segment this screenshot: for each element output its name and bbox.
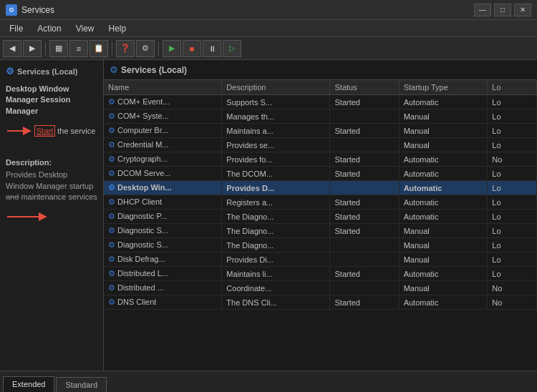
services-table-container[interactable]: Name Description Status Startup Type Lo … — [104, 80, 537, 371]
table-row[interactable]: ⚙Desktop Win...Provides D...AutomaticLo — [104, 181, 537, 195]
resume-button[interactable]: ▷ — [223, 40, 241, 57]
table-row[interactable]: ⚙Diagnostic S...The Diagno...ManualLo — [104, 238, 537, 253]
menu-help[interactable]: Help — [102, 21, 133, 36]
table-row[interactable]: ⚙COM+ Syste...Manages th...ManualLo — [104, 109, 537, 124]
help-button[interactable]: ❓ — [116, 40, 135, 57]
selected-service-name: Desktop Window Manager Session Manager — [6, 84, 97, 117]
cell-name: ⚙COM+ Event... — [104, 95, 222, 109]
cell-name: ⚙Desktop Win... — [104, 181, 222, 195]
cell-desc: Maintains li... — [222, 267, 330, 281]
service-icon: ⚙ — [108, 212, 115, 220]
forward-button[interactable]: ▶ — [23, 40, 42, 57]
cell-logon: Lo — [488, 95, 537, 109]
table-row[interactable]: ⚙Disk Defrag...Provides Di...ManualLo — [104, 253, 537, 267]
cell-status: Started — [330, 267, 399, 281]
table-row[interactable]: ⚙Distributed ...Coordinate...ManualNo — [104, 281, 537, 295]
toolbar-settings[interactable]: ⚙ — [136, 40, 155, 57]
table-row[interactable]: ⚙Computer Br...Maintains a...StartedManu… — [104, 124, 537, 138]
tab-standard[interactable]: Standard — [56, 377, 107, 392]
close-button[interactable]: ✕ — [514, 4, 531, 16]
services-table: Name Description Status Startup Type Lo … — [104, 80, 537, 310]
cell-desc: The Diagno... — [222, 210, 330, 224]
minimize-button[interactable]: — — [474, 4, 491, 16]
cell-desc: Provides se... — [222, 138, 330, 152]
pause-button[interactable]: ⏸ — [203, 40, 221, 57]
cell-logon: Lo — [488, 195, 537, 210]
table-header-row: Name Description Status Startup Type Lo — [104, 80, 537, 95]
cell-logon: Lo — [488, 210, 537, 224]
cell-name: ⚙Diagnostic P... — [104, 210, 222, 224]
services-tbody: ⚙COM+ Event...Supports S...StartedAutoma… — [104, 95, 537, 310]
stop-button[interactable]: ■ — [183, 40, 201, 57]
cell-status: Started — [330, 295, 399, 310]
cell-startup: Manual — [399, 224, 488, 238]
cell-name: ⚙Distributed L... — [104, 267, 222, 281]
cell-startup: Automatic — [399, 295, 488, 310]
cell-desc: The DCOM... — [222, 167, 330, 181]
app-icon: ⚙ — [6, 4, 17, 16]
the-service-text: the service — [57, 127, 95, 135]
col-header-logon[interactable]: Lo — [488, 80, 537, 95]
cell-logon: Lo — [488, 238, 537, 253]
menu-view[interactable]: View — [69, 21, 101, 36]
service-icon: ⚙ — [108, 140, 115, 149]
cell-startup: Manual — [399, 253, 488, 267]
table-row[interactable]: ⚙DNS ClientThe DNS Cli...StartedAutomati… — [104, 295, 537, 310]
left-panel: ⚙ Services (Local) Desktop Window Manage… — [0, 60, 104, 371]
service-icon: ⚙ — [108, 183, 115, 192]
table-row[interactable]: ⚙Diagnostic S...The Diagno...StartedManu… — [104, 224, 537, 238]
tab-bar: Extended Standard — [0, 371, 537, 392]
cell-name: ⚙DCOM Serve... — [104, 167, 222, 181]
start-service-link[interactable]: Start — [34, 125, 55, 137]
right-panel-header: ⚙ Services (Local) — [104, 60, 537, 80]
cell-startup: Automatic — [399, 167, 488, 181]
back-button[interactable]: ◀ — [3, 40, 21, 57]
table-row[interactable]: ⚙Credential M...Provides se...ManualLo — [104, 138, 537, 152]
service-icon: ⚙ — [108, 126, 115, 134]
list-button[interactable]: ≡ — [69, 40, 88, 57]
table-row[interactable]: ⚙COM+ Event...Supports S...StartedAutoma… — [104, 95, 537, 109]
table-row[interactable]: ⚙DHCP ClientRegisters a...StartedAutomat… — [104, 195, 537, 210]
cell-desc: The DNS Cli... — [222, 295, 330, 310]
title-bar-controls: — □ ✕ — [474, 4, 531, 16]
cell-name: ⚙Distributed ... — [104, 281, 222, 295]
left-panel-title: Services (Local) — [17, 67, 77, 76]
col-header-status[interactable]: Status — [330, 80, 399, 95]
table-row[interactable]: ⚙DCOM Serve...The DCOM...StartedAutomati… — [104, 167, 537, 181]
cell-startup: Automatic — [399, 210, 488, 224]
view-button[interactable]: ▦ — [49, 40, 68, 57]
table-row[interactable]: ⚙Diagnostic P...The Diagno...StartedAuto… — [104, 210, 537, 224]
col-header-desc[interactable]: Description — [222, 80, 330, 95]
cell-name: ⚙Diagnostic S... — [104, 238, 222, 253]
service-icon: ⚙ — [108, 97, 115, 106]
table-row[interactable]: ⚙Distributed L...Maintains li...StartedA… — [104, 267, 537, 281]
cell-name: ⚙DHCP Client — [104, 195, 222, 210]
cell-logon: Lo — [488, 267, 537, 281]
table-row[interactable]: ⚙Cryptograph...Provides fo...StartedAuto… — [104, 152, 537, 167]
title-bar: ⚙ Services — □ ✕ — [0, 0, 537, 20]
cell-name: ⚙COM+ Syste... — [104, 109, 222, 124]
cell-logon: Lo — [488, 253, 537, 267]
cell-status: Started — [330, 124, 399, 138]
start-area: Start the service — [6, 122, 97, 139]
cell-status: Started — [330, 167, 399, 181]
cell-logon: No — [488, 152, 537, 167]
tab-extended[interactable]: Extended — [3, 376, 54, 392]
cell-status: Started — [330, 210, 399, 224]
properties-button[interactable]: 📋 — [90, 40, 108, 57]
main-content: ⚙ Services (Local) Desktop Window Manage… — [0, 60, 537, 371]
cell-desc: Manages th... — [222, 109, 330, 124]
service-icon: ⚙ — [108, 269, 115, 278]
play-button[interactable]: ▶ — [163, 40, 181, 57]
right-panel-icon: ⚙ — [110, 64, 118, 75]
toolbar: ◀ ▶ ▦ ≡ 📋 ❓ ⚙ ▶ ■ ⏸ ▷ — [0, 37, 537, 60]
cell-status — [330, 253, 399, 267]
col-header-name[interactable]: Name — [104, 80, 222, 95]
strikethrough-text: and — [6, 192, 19, 201]
maximize-button[interactable]: □ — [494, 4, 511, 16]
col-header-startup[interactable]: Startup Type — [399, 80, 488, 95]
cell-logon: Lo — [488, 181, 537, 195]
menu-action[interactable]: Action — [31, 21, 67, 36]
window-title: Services — [21, 5, 54, 15]
menu-file[interactable]: File — [3, 21, 29, 36]
